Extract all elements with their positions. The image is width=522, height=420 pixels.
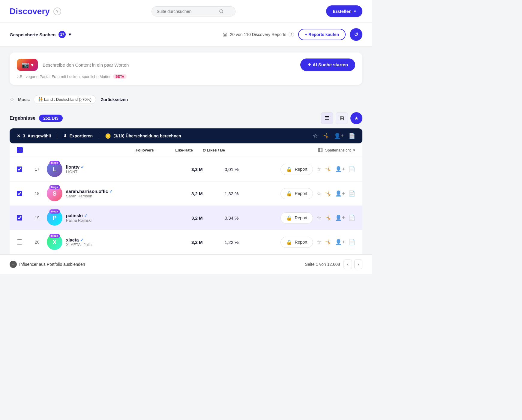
likerate-3: 0,34 % [202, 215, 238, 220]
mega-badge-3: Mega [49, 209, 60, 214]
influencer-username-3[interactable]: palinski ✓ [66, 213, 92, 218]
avatar-container-3: P Mega [47, 210, 62, 226]
rank-3: 19 [35, 215, 47, 220]
row-checkbox-2[interactable] [17, 191, 35, 196]
add-person-icon-3[interactable]: 👤+ [335, 214, 345, 221]
verified-icon-1: ✓ [81, 165, 84, 170]
lock-icon-2: 🔒 [286, 191, 292, 196]
checkbox-2[interactable] [17, 191, 22, 196]
add-person-icon-4[interactable]: 👤+ [335, 239, 345, 245]
help-icon-small[interactable]: ? [289, 32, 294, 37]
influencer-details-1: lionttv ✓ LIONT [66, 164, 84, 174]
document-icon-1[interactable]: 📄 [349, 166, 355, 172]
th-likerate: Like-Rate [157, 148, 193, 152]
download-icon: ⬇ [63, 134, 67, 138]
chevron-down-icon: ▾ [69, 32, 71, 37]
followers-1: 3,3 M [164, 167, 202, 172]
document-icon-4[interactable]: 📄 [349, 239, 355, 245]
report-button-4[interactable]: 🔒 Report [280, 237, 313, 248]
likerate-4: 1,22 % [202, 240, 238, 245]
checkbox-4[interactable] [17, 239, 22, 245]
search-input[interactable] [157, 9, 217, 14]
favorites-button[interactable]: ★ [350, 112, 362, 124]
star-icon-2[interactable]: ☆ [316, 190, 321, 197]
bookmark-icon[interactable]: ☆ [10, 96, 14, 103]
person-icon-3[interactable]: 🤸 [325, 214, 332, 221]
sub-header: Gespeicherte Suchen 17 ▾ ◎ 20 von 110 Di… [0, 23, 372, 46]
add-person-icon[interactable]: 👤+ [334, 133, 344, 139]
global-search[interactable] [152, 6, 236, 16]
star-icon-4[interactable]: ☆ [316, 239, 321, 245]
results-right: ☰ ⊞ ★ [321, 112, 362, 124]
toggle-minus-icon[interactable]: − [10, 261, 17, 268]
buy-reports-button[interactable]: + Reports kaufen [298, 29, 346, 40]
document-icon-3[interactable]: 📄 [349, 214, 355, 221]
add-person-icon-1[interactable]: 👤+ [335, 166, 345, 172]
table-row: 18 S Mega sarah.harrison.offic ✓ Sarah H… [10, 182, 362, 206]
likerate-2: 1,32 % [202, 191, 238, 196]
column-view-button[interactable]: Spaltenansicht ▾ [318, 148, 355, 152]
influencer-table: − Followers ↓ Like-Rate Ø Likes / Be Spa… [10, 143, 362, 254]
clear-selection-button[interactable]: ✕ 3 Ausgewählt [17, 134, 51, 138]
export-button[interactable]: ⬇ Exportieren [63, 134, 93, 138]
influencer-username-2[interactable]: sarah.harrison.offic ✓ [66, 189, 113, 194]
help-icon[interactable]: ? [53, 8, 61, 15]
grid-view-button[interactable]: ⊞ [336, 112, 348, 124]
document-icon-2[interactable]: 📄 [349, 190, 355, 197]
platform-selector[interactable]: 📷 ▾ [17, 59, 38, 71]
table-row: 20 X Mega xlaeta ✓ XLAETA | Julia 3,2 M … [10, 230, 362, 254]
influencer-details-2: sarah.harrison.offic ✓ Sarah Harrison [66, 189, 113, 198]
add-person-icon-2[interactable]: 👤+ [335, 190, 345, 197]
results-left: Ergebnisse 252.143 [10, 115, 63, 122]
person-icon-2[interactable]: 🤸 [325, 190, 332, 197]
refresh-button[interactable]: ↺ [350, 28, 362, 41]
row-checkbox-4[interactable] [17, 239, 35, 245]
close-icon: ✕ [17, 134, 20, 138]
create-button[interactable]: Erstellen ▾ [326, 5, 362, 17]
th-followers[interactable]: Followers ↓ [118, 148, 157, 152]
list-view-button[interactable]: ☰ [321, 112, 333, 124]
influencer-display-3: Palina Rojinski [66, 218, 92, 223]
filter-tag-country[interactable]: 🧑‍🤝‍🧑 Land : Deutschland (>70%) [34, 95, 96, 104]
person-icon-4[interactable]: 🤸 [325, 239, 332, 245]
row-checkbox-3[interactable] [17, 215, 35, 220]
influencer-info-2: S Mega sarah.harrison.offic ✓ Sarah Harr… [47, 186, 164, 201]
influencer-username-4[interactable]: xlaeta ✓ [66, 237, 92, 242]
overlap-button[interactable]: 🪙 (3/10) Überschneidung berechnen [105, 133, 181, 139]
svg-rect-2 [319, 148, 320, 152]
footer-left: − Influencer aus Portfolio ausblenden [10, 261, 85, 268]
checkbox-1[interactable] [17, 166, 22, 172]
chevron-down-icon: ▾ [354, 9, 356, 14]
select-all-checkbox[interactable]: − [17, 147, 23, 153]
report-button-2[interactable]: 🔒 Report [280, 188, 313, 199]
lock-icon: 🔒 [286, 166, 292, 172]
ai-search-input[interactable] [43, 62, 296, 68]
influencer-info-4: X Mega xlaeta ✓ XLAETA | Julia [47, 234, 164, 250]
row-checkbox-1[interactable] [17, 166, 35, 172]
reset-filters-link[interactable]: Zurücksetzen [101, 97, 128, 102]
saved-searches-button[interactable]: Gespeicherte Suchen 17 ▾ [10, 31, 71, 38]
report-button-1[interactable]: 🔒 Report [280, 164, 313, 175]
star-icon: ★ [354, 116, 358, 121]
document-icon[interactable]: 📄 [349, 133, 355, 139]
star-icon-3[interactable]: ☆ [316, 214, 321, 221]
ai-start-button[interactable]: ✦ AI Suche starten [300, 58, 355, 71]
checkbox-3[interactable] [17, 215, 22, 220]
report-button-3[interactable]: 🔒 Report [280, 212, 313, 224]
influencer-display-2: Sarah Harrison [66, 194, 113, 198]
actions-2: 🔒 Report ☆ 🤸 👤+ 📄 [280, 188, 355, 199]
ai-suggestion: z.B.: vegane Pasta, Frau mit Locken, spo… [17, 74, 355, 79]
prev-page-button[interactable]: ‹ [344, 260, 352, 269]
person-icon-1[interactable]: 🤸 [325, 166, 332, 172]
next-page-button[interactable]: › [354, 260, 362, 269]
person-action-icon[interactable]: 🤸 [322, 133, 329, 139]
influencer-username-1[interactable]: lionttv ✓ [66, 164, 84, 170]
star-icon-1[interactable]: ☆ [316, 166, 321, 172]
star-action-icon[interactable]: ☆ [313, 133, 318, 139]
grid-view-icon: ⊞ [340, 115, 344, 122]
verified-icon-3: ✓ [84, 213, 88, 218]
selection-right: ☆ 🤸 👤+ 📄 [313, 133, 355, 139]
svg-rect-3 [320, 148, 321, 152]
influencer-display-1: LIONT [66, 170, 84, 174]
th-avg-likes: Ø Likes / Be [193, 148, 235, 152]
